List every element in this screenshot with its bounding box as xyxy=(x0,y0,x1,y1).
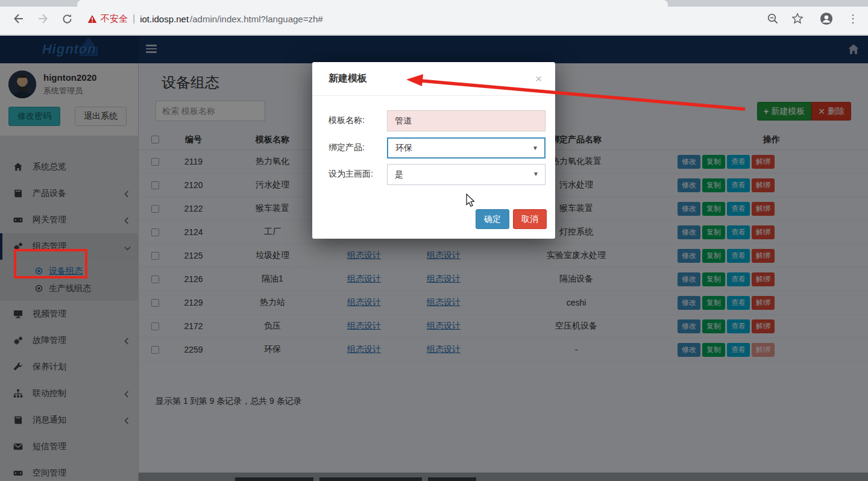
modal-title: 新建模板 xyxy=(329,72,367,85)
browser-back-icon[interactable] xyxy=(12,12,25,25)
caret-down-icon: ▼ xyxy=(533,171,539,177)
browser-toolbar: 不安全 | iot.idosp.net/admin/index.html?lan… xyxy=(0,0,868,35)
browser-reload-icon[interactable] xyxy=(60,12,74,25)
new-template-modal: 新建模板 × 模板名称: 绑定产品: 环保 ▼ 设为主画面: 是 ▼ 确定 取消 xyxy=(312,62,555,239)
browser-forward-icon[interactable] xyxy=(36,12,49,25)
browser-menu-dots-icon[interactable]: ⋮ xyxy=(846,12,860,25)
modal-close-icon[interactable]: × xyxy=(535,73,542,84)
zoom-indicator-icon[interactable] xyxy=(766,12,779,25)
bookmark-star-icon[interactable] xyxy=(791,12,804,25)
main-screen-select[interactable]: 是 ▼ xyxy=(387,164,546,185)
url-separator: | xyxy=(133,13,135,24)
url-host: iot.idosp.net xyxy=(140,14,189,24)
url-path: /admin/index.html?language=zh# xyxy=(190,14,323,24)
main-screen-label: 设为主画面: xyxy=(329,169,373,180)
profile-avatar-icon[interactable] xyxy=(820,12,833,25)
confirm-button[interactable]: 确定 xyxy=(476,209,509,229)
address-bar[interactable]: 不安全 | iot.idosp.net/admin/index.html?lan… xyxy=(87,11,323,27)
template-name-label: 模板名称: xyxy=(329,115,365,126)
insecure-label: 不安全 xyxy=(101,13,128,25)
bind-product-select[interactable]: 环保 ▼ xyxy=(387,137,546,159)
warning-triangle-icon xyxy=(87,14,97,24)
browser-active-tab[interactable] xyxy=(77,0,668,7)
template-name-input[interactable] xyxy=(387,110,546,131)
cancel-button[interactable]: 取消 xyxy=(513,209,547,229)
caret-down-icon: ▼ xyxy=(532,145,538,151)
bind-product-label: 绑定产品: xyxy=(329,142,365,153)
insecure-warning[interactable]: 不安全 xyxy=(87,13,128,25)
